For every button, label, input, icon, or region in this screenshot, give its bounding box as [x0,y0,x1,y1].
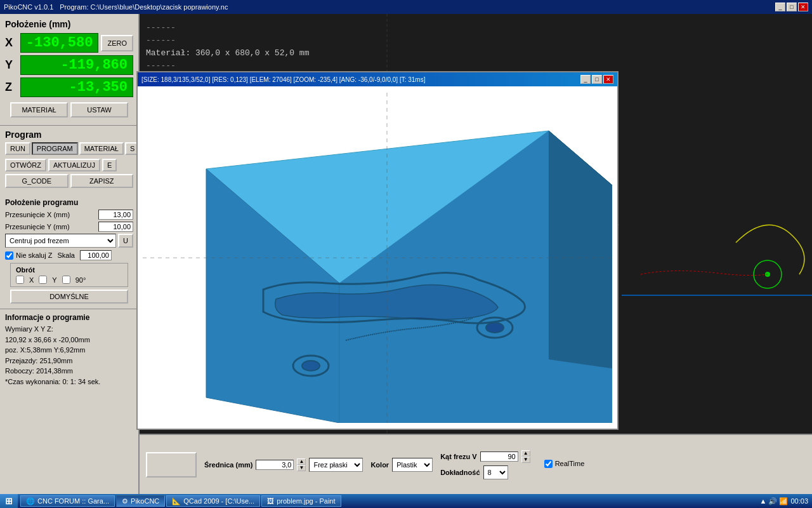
srednica-spin-up[interactable]: ▲ [297,458,306,465]
preview-minimize-btn[interactable]: _ [580,75,591,84]
kolor-group: Kolor Plastik Metal Drewno [370,458,433,472]
svg-point-19 [486,323,504,333]
svg-rect-7 [622,14,812,436]
paint-icon: 🖼 [267,497,274,505]
program-title: Program [5,130,133,140]
y-coord-row: Y -119,860 [5,55,133,75]
picocnc-icon: ⚙ [122,497,128,505]
kat-spinner[interactable]: ▲ ▼ [521,450,530,463]
svg-text:Materiał: 360,0 x 680,0 x 52,0: Materiał: 360,0 x 680,0 x 52,0 mm [146,48,310,58]
obrot-x-label: X [29,276,34,284]
right-panel [622,14,812,436]
bottom-left-button[interactable] [146,452,197,478]
kat-group: Kąt frezu V ▲ ▼ [440,450,530,463]
obrot-x-checkbox[interactable] [16,276,24,284]
kat-spin-up[interactable]: ▲ [521,450,530,457]
realtime-row: RealTime [544,460,585,468]
domyslne-button[interactable]: DOMYŚLNE [10,290,128,304]
tab-run[interactable]: RUN [5,142,30,155]
x-value: -130,580 [20,33,99,53]
ustaw-button[interactable]: USTAW [70,102,128,117]
svg-text:------: ------ [146,61,176,70]
srednica-spinner[interactable]: ▲ ▼ [297,458,306,471]
cnc-forum-label: CNC FORUM :: Gara... [37,497,109,505]
srednica-group: Średnica (mm) ▲ ▼ Frez płaski Frez kulow… [204,458,363,472]
preview-close-btn[interactable]: ✕ [603,75,613,84]
z-value: -13,350 [20,77,133,97]
app-maximize-btn[interactable]: □ [787,3,797,11]
app-minimize-btn[interactable]: _ [775,3,785,11]
program-tabs: RUN PROGRAM MATERIAŁ S [5,142,133,155]
obrot-90-label: 90° [75,276,86,284]
info-przejazdy: Przejazdy: 251,90mm [5,357,72,364]
z-label: Z [5,81,18,94]
realtime-checkbox[interactable] [544,460,553,468]
kolor-dropdown[interactable]: Plastik Metal Drewno [392,458,433,472]
qcad-icon: 📐 [172,497,181,505]
clock: 00:03 [790,497,808,505]
obrot-y-label: Y [52,276,56,284]
frez-dropdown[interactable]: Frez płaski Frez kulowy V-frez [309,458,363,472]
sys-tray-icons: ▲ 🔊 📶 [759,497,788,505]
dokladnosc-label: Dokładność [440,469,480,476]
obrot-y-checkbox[interactable] [39,276,47,284]
preview-maximize-btn[interactable]: □ [592,75,602,84]
x-label: X [5,36,18,50]
zero-button[interactable]: ZERO [101,35,133,51]
app-close-btn[interactable]: ✕ [798,3,808,11]
skala-label: Skala [57,251,75,259]
extra-button[interactable]: E [102,159,117,171]
info-czas: *Czas wykonania: 0: 1: 34 sek. [5,378,100,385]
paint-label: problem.jpg - Paint [277,497,335,505]
action-buttons: OTWÓRZ AKTUALIZUJ E [5,159,133,171]
skala-input[interactable] [80,250,112,260]
dokladnosc-dropdown[interactable]: 4 8 16 [483,465,508,479]
nie-skaluj-checkbox[interactable] [5,251,13,260]
taskbar-item-paint[interactable]: 🖼 problem.jpg - Paint [261,495,341,507]
taskbar-items: 🌐 CNC FORUM :: Gara... ⚙ PikoCNC 📐 QCad … [20,495,756,507]
center-dropdown[interactable]: Centruj pod frezem Lewy górny Środek [5,234,116,248]
y-offset-input[interactable] [98,222,133,232]
material-button[interactable]: MATERIAŁ [10,102,68,117]
tab-material[interactable]: MATERIAŁ [79,142,124,155]
3d-preview-svg [143,93,612,423]
kat-input[interactable] [480,451,518,462]
start-button[interactable]: ⊞ [0,494,18,508]
u-button[interactable]: U [118,234,133,248]
right-panel-svg [622,14,812,436]
zapisz-button[interactable]: ZAPISZ [70,174,134,188]
update-button[interactable]: AKTUALIZUJ [48,159,100,171]
svg-text:------: ------ [146,36,176,45]
x-offset-input[interactable] [98,210,133,220]
tab-program[interactable]: PROGRAM [32,142,78,155]
pos-prog-title: Położenie programu [5,198,133,207]
app-titlebar: PikoCNC v1.0.1 Program: C:\Users\blue\De… [0,0,812,14]
preview-titlebar: [SIZE: 188,3/135,3/52,0] [RES: 0,123] [E… [138,72,617,86]
srednica-input[interactable] [256,460,294,470]
srednica-spin-down[interactable]: ▼ [297,465,306,471]
srednica-label: Średnica (mm) [204,461,252,469]
obrot-90-checkbox[interactable] [62,276,70,284]
taskbar-item-picocnc[interactable]: ⚙ PikoCNC [116,495,165,507]
obrot-row: X Y 90° [16,276,122,284]
svg-point-17 [302,361,320,371]
taskbar-item-qcad[interactable]: 📐 QCad 2009 - [C:\Use... [166,495,260,507]
taskbar: ⊞ 🌐 CNC FORUM :: Gara... ⚙ PikoCNC 📐 QCa… [0,494,812,508]
qcad-label: QCad 2009 - [C:\Use... [183,497,254,505]
z-coord-row: Z -13,350 [5,77,133,97]
info-title: Informacje o programie [5,313,133,322]
x-offset-row: Przesunięcie X (mm) [5,210,133,220]
pos-prog-section: Położenie programu Przesunięcie X (mm) P… [0,196,138,309]
left-panel: Położenie (mm) X -130,580 ZERO Y -119,86… [0,14,140,503]
info-size: 120,92 x 36,66 x -20,00mm [5,336,90,344]
taskbar-item-cnc-forum[interactable]: 🌐 CNC FORUM :: Gara... [20,495,115,507]
x-offset-label: Przesunięcie X (mm) [5,211,98,218]
info-wymiary: Wymiary X Y Z: 120,92 x 36,66 x -20,00mm… [5,324,133,387]
app-title: PikoCNC v1.0.1 [4,3,53,11]
kat-spin-down[interactable]: ▼ [521,457,530,463]
open-button[interactable]: OTWÓRZ [5,159,46,171]
gcode-button[interactable]: G_CODE [5,174,69,188]
material-ustaw-row: MATERIAŁ USTAW [5,100,133,120]
windows-logo: ⊞ [5,496,13,506]
picocnc-label: PikoCNC [131,497,159,505]
